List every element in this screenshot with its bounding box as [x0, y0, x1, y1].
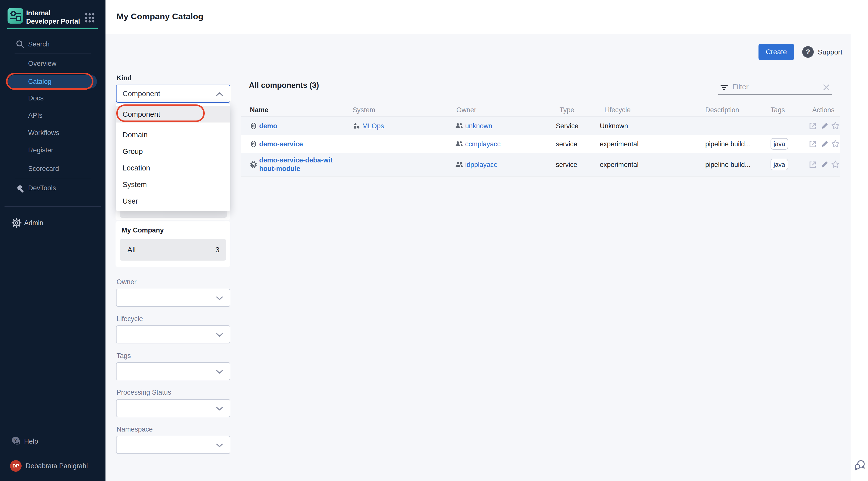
kind-option-group[interactable]: Group	[116, 143, 230, 160]
my-company-all-row[interactable]: All 3	[120, 239, 226, 261]
kind-option-component[interactable]: Component	[116, 106, 230, 123]
kind-option-domain[interactable]: Domain	[116, 127, 230, 143]
user-name: Debabrata Panigrahi	[26, 462, 88, 470]
kind-option-location[interactable]: Location	[116, 160, 230, 176]
sidebar-item-label: Workflows	[28, 129, 59, 137]
sidebar-item-search[interactable]: Search	[0, 37, 105, 51]
component-link[interactable]: demo	[259, 122, 277, 130]
type-cell: Service	[556, 122, 579, 130]
namespace-select[interactable]	[116, 436, 230, 454]
component-link[interactable]: demo-service	[259, 140, 303, 148]
sidebar-item-admin[interactable]: Admin	[0, 216, 105, 230]
wrench-icon	[15, 183, 25, 193]
sidebar-item-label: Scorecard	[28, 165, 59, 173]
sidebar-item-label: Search	[28, 40, 50, 48]
tags-select[interactable]	[116, 362, 230, 380]
group-people-icon	[455, 123, 463, 129]
open-in-new-icon[interactable]	[808, 160, 817, 169]
kind-select[interactable]: Component	[116, 85, 230, 103]
chip-icon	[250, 141, 257, 147]
lifecycle-cell: experimental	[600, 161, 639, 169]
chevron-up-icon	[216, 92, 223, 97]
edit-pencil-icon[interactable]	[820, 122, 829, 130]
col-type[interactable]: Type	[560, 106, 575, 114]
option-label: Domain	[123, 131, 148, 139]
create-button[interactable]: Create	[758, 44, 794, 60]
question-circle-icon[interactable]: ?	[802, 46, 814, 58]
sidebar-item-label: Catalog	[28, 78, 52, 86]
option-label: Component	[123, 110, 160, 119]
description-cell: pipeline build...	[705, 140, 750, 148]
table-row[interactable]: demo-service-deba-wit hout-module idppla…	[241, 153, 840, 176]
star-icon[interactable]	[831, 139, 840, 148]
col-actions[interactable]: Actions	[812, 106, 835, 114]
portal-title: Internal Developer Portal	[26, 9, 82, 26]
sidebar-item-overview[interactable]: Overview	[0, 57, 105, 70]
chip-icon	[250, 161, 257, 168]
owner-link[interactable]: idpplayacc	[465, 161, 497, 169]
table-row[interactable]: demo MLOps unknown Service Unknown	[241, 117, 840, 135]
lifecycle-filter-label: Lifecycle	[117, 315, 143, 323]
all-row-count: 3	[215, 246, 219, 254]
sidebar-item-apis[interactable]: APIs	[0, 108, 105, 123]
sidebar-item-label: Admin	[24, 219, 43, 227]
svg-text:?: ?	[14, 438, 17, 443]
support-link[interactable]: Support	[818, 48, 842, 56]
owner-select[interactable]	[116, 289, 230, 307]
clear-x-icon[interactable]	[822, 83, 830, 91]
edit-pencil-icon[interactable]	[820, 140, 829, 148]
chevron-down-icon	[216, 406, 223, 411]
processing-status-select[interactable]	[116, 399, 230, 417]
open-in-new-icon[interactable]	[808, 140, 817, 148]
type-cell: service	[556, 161, 578, 169]
sidebar-item-help[interactable]: ? Help	[0, 434, 105, 448]
sidebar-item-devtools[interactable]: DevTools	[0, 181, 105, 195]
lifecycle-cell: Unknown	[600, 122, 628, 130]
processing-status-filter-label: Processing Status	[117, 389, 171, 396]
table-row[interactable]: demo-service ccmplayacc service experime…	[241, 135, 840, 153]
owner-link[interactable]: unknown	[465, 122, 492, 130]
chevron-down-icon	[216, 443, 223, 448]
help-chat-icon: ?	[11, 436, 22, 447]
owner-filter-label: Owner	[117, 278, 136, 286]
component-link[interactable]: demo-service-deba-wit hout-module	[259, 156, 335, 173]
grid-apps-icon[interactable]	[84, 12, 95, 23]
sidebar-item-label: Register	[28, 147, 54, 154]
owner-link[interactable]: ccmplayacc	[465, 140, 501, 148]
lifecycle-select[interactable]	[116, 325, 230, 344]
sidebar-item-label: Overview	[28, 60, 57, 67]
table-filter-input[interactable]	[733, 81, 815, 92]
user-menu[interactable]: Debabrata Panigrahi	[0, 459, 105, 473]
sidebar-item-catalog[interactable]: Catalog	[0, 74, 105, 89]
sidebar-item-label: Docs	[28, 94, 44, 102]
col-description[interactable]: Description	[705, 106, 739, 114]
col-name[interactable]: Name	[250, 106, 269, 114]
chat-bubbles-icon[interactable]	[853, 458, 866, 472]
tag-chip: java	[771, 138, 788, 150]
sidebar-item-workflows[interactable]: Workflows	[0, 126, 105, 140]
sidebar-item-scorecard[interactable]: Scorecard	[0, 162, 105, 176]
sidebar-item-register[interactable]: Register	[0, 143, 105, 157]
kind-option-user[interactable]: User	[116, 193, 230, 210]
sidebar-item-label: DevTools	[28, 184, 56, 192]
app-root: Internal Developer Portal Search Overvie…	[0, 0, 868, 481]
type-card-row-fragment	[120, 211, 227, 218]
system-link[interactable]: MLOps	[362, 122, 384, 130]
open-in-new-icon[interactable]	[808, 122, 817, 130]
system-category-icon	[353, 122, 360, 129]
chip-icon	[250, 123, 257, 129]
col-lifecycle[interactable]: Lifecycle	[604, 106, 631, 114]
type-card-fragment	[116, 211, 230, 220]
tags-filter-label: Tags	[117, 352, 131, 360]
col-system[interactable]: System	[352, 106, 375, 114]
kind-option-system[interactable]: System	[116, 176, 230, 193]
sidebar-divider	[14, 53, 91, 54]
star-icon[interactable]	[831, 160, 840, 169]
col-tags[interactable]: Tags	[771, 106, 785, 114]
tag-chip: java	[771, 159, 788, 170]
sidebar-item-docs[interactable]: Docs	[0, 91, 105, 105]
edit-pencil-icon[interactable]	[820, 160, 829, 169]
star-icon[interactable]	[831, 121, 840, 130]
col-owner[interactable]: Owner	[456, 106, 476, 114]
namespace-filter-label: Namespace	[117, 425, 153, 433]
